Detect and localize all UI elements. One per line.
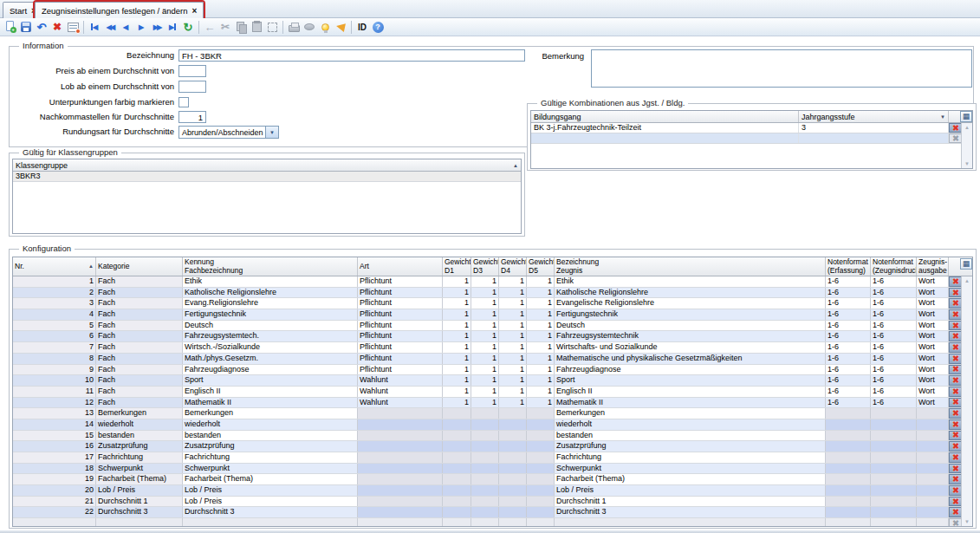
scroll-down-icon[interactable]: ▼ [962,518,972,525]
nachkommastellen-input[interactable] [178,111,206,123]
table-row[interactable]: 16ZusatzprüfungZusatzprüfungZusatzprüfun… [13,441,972,452]
cell-gewicht-d3[interactable] [471,507,499,517]
cell-gewicht-d4[interactable] [499,419,527,430]
cell-gewicht-d1[interactable] [443,419,471,430]
column-header-zeugnisausgabe[interactable]: Zeugnis- ausgabe [917,257,949,276]
cell-nr[interactable]: 10 [13,375,96,386]
cell-gewicht-d1[interactable]: 1 [443,354,471,364]
cell-bezeichnung-zeugnis[interactable]: Zusatzprüfung [555,441,826,452]
vertical-scrollbar[interactable]: ▲ ▼ [961,276,972,526]
cell-kennung[interactable]: Sport [183,375,358,386]
cell-zeugnisausgabe[interactable]: Wort [917,365,949,375]
cell-kennung[interactable]: Durchschnitt 3 [183,507,358,517]
cell-kennung[interactable]: Deutsch [183,321,358,331]
bezeichnung-input[interactable] [178,49,525,62]
cell-gewicht-d1[interactable] [443,452,471,463]
cell-gewicht-d1[interactable] [443,485,471,496]
cell-zeugnisausgabe[interactable] [917,452,949,463]
column-header-kategorie[interactable]: Kategorie [96,257,183,276]
table-row[interactable]: 3FachEvang.ReligionslehrePflichtunt1111E… [13,298,972,309]
cell-gewicht-d1[interactable]: 1 [443,331,471,341]
cell-art[interactable] [358,441,443,452]
preis-input[interactable] [178,65,206,77]
cell-kennung[interactable]: Wirtsch.-/Sozialkunde [183,342,358,353]
cell-gewicht-d1[interactable]: 1 [443,309,471,320]
cell-notenformat-erfassung[interactable] [826,497,871,507]
cell-zeugnisausgabe[interactable] [917,507,949,517]
cell-notenformat-erfassung[interactable] [826,408,871,419]
cell-art[interactable] [358,507,443,517]
cell-gewicht-d4[interactable]: 1 [499,398,527,408]
cell-gewicht-d5[interactable] [527,497,555,507]
table-row[interactable]: 22Durchschnitt 3Durchschnitt 3Durchschni… [13,507,972,518]
cell-nr[interactable]: 18 [13,464,96,474]
cell-notenformat-erfassung[interactable] [826,452,871,463]
cell-nr[interactable]: 20 [13,485,96,496]
cell-gewicht-d3[interactable] [471,485,499,496]
cell-art[interactable] [358,464,443,474]
cell-kategorie[interactable]: Fach [96,288,183,298]
show-id-button[interactable]: ID [354,19,370,35]
cell-notenformat-erfassung[interactable] [826,474,871,484]
cell-gewicht-d4[interactable]: 1 [499,321,527,331]
cell-gewicht-d5[interactable]: 1 [527,276,555,287]
cell-art[interactable]: Pflichtunt [358,309,443,320]
cell-bezeichnung-zeugnis[interactable]: Sport [555,375,826,386]
cell-gewicht-d4[interactable] [499,474,527,484]
column-picker-button[interactable]: ▦ [960,111,972,122]
cell-bezeichnung-zeugnis[interactable]: Fahrzeugdiagnose [555,365,826,375]
cell-bezeichnung-zeugnis[interactable]: Facharbeit (Thema) [555,474,826,484]
cell-nr[interactable]: 1 [13,276,96,287]
save-button[interactable] [18,19,34,35]
cell-art[interactable]: Wahlunt [358,398,443,408]
cell-gewicht-d4[interactable]: 1 [499,354,527,364]
table-row[interactable]: 7FachWirtsch.-/SozialkundePflichtunt1111… [13,342,972,354]
cell-bezeichnung-zeugnis[interactable]: Katholische Religionslehre [555,288,826,298]
new-record-button[interactable]: + [3,19,18,35]
cell-art[interactable] [358,431,443,441]
tab-close-icon[interactable]: × [191,7,197,15]
cell-gewicht-d5[interactable]: 1 [527,342,555,353]
cell-notenformat-erfassung[interactable]: 1-6 [826,298,871,309]
vertical-scrollbar[interactable]: ▲ ▼ [961,123,972,168]
cell-kategorie[interactable]: Fach [96,375,183,386]
table-row[interactable]: 1FachEthikPflichtunt1111Ethik1-61-6Wort✖ [13,276,972,288]
cell-notenformat-erfassung[interactable]: 1-6 [826,398,871,408]
cell-kennung[interactable]: Bemerkungen [183,408,358,419]
cut-button[interactable]: ✂ [217,19,233,35]
cell-bezeichnung-zeugnis[interactable]: Fertigungstechnik [555,309,826,320]
cell-notenformat-zeugnisdruck[interactable] [871,464,917,474]
cell-art[interactable]: Pflichtunt [358,331,443,341]
cell-kennung[interactable]: Schwerpunkt [183,464,358,474]
cell-nr[interactable]: 3 [13,298,96,309]
cell-gewicht-d4[interactable]: 1 [499,387,527,397]
cell-zeugnisausgabe[interactable] [917,441,949,452]
cell-gewicht-d3[interactable] [471,474,499,484]
cell-kategorie[interactable]: Durchschnitt 1 [96,497,183,507]
cell-bezeichnung-zeugnis[interactable]: wiederholt [555,419,826,430]
cell-gewicht-d1[interactable]: 1 [443,342,471,353]
combobox-dropdown-button[interactable]: ▼ [265,127,278,138]
cell-notenformat-zeugnisdruck[interactable] [871,452,917,463]
cell-notenformat-zeugnisdruck[interactable]: 1-6 [871,331,917,341]
cell-gewicht-d4[interactable]: 1 [499,342,527,353]
cell-notenformat-erfassung[interactable]: 1-6 [826,321,871,331]
cell-art[interactable]: Pflichtunt [358,298,443,309]
cell-nr[interactable]: 13 [13,408,96,419]
cell-art[interactable]: Pflichtunt [358,342,443,353]
cell-nr[interactable]: 4 [13,309,96,320]
cell-gewicht-d3[interactable] [471,431,499,441]
cell-gewicht-d4[interactable]: 1 [499,375,527,386]
cell-gewicht-d5[interactable] [527,452,555,463]
cell-kategorie[interactable]: wiederholt [96,419,183,430]
cell-gewicht-d1[interactable] [443,431,471,441]
table-row[interactable]: 9FachFahrzeugdiagnosePflichtunt1111Fahrz… [13,365,972,376]
hint-button[interactable] [317,19,333,35]
cell-gewicht-d3[interactable]: 1 [471,321,499,331]
cell-art[interactable]: Pflichtunt [358,354,443,364]
cell-bezeichnung-zeugnis[interactable]: Englisch II [555,387,826,397]
table-row[interactable]: 6FachFahrzeugsystemtech.Pflichtunt1111Fa… [13,331,972,342]
cell-gewicht-d4[interactable] [499,507,527,517]
preview-button[interactable] [302,19,317,35]
cell-gewicht-d5[interactable]: 1 [527,321,555,331]
